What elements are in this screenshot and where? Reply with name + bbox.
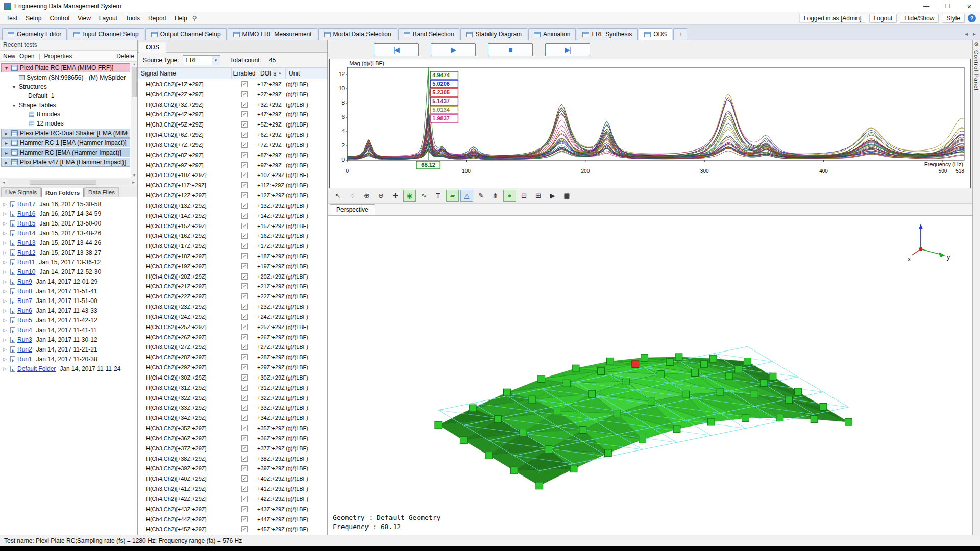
expander-icon[interactable]: ▸: [4, 131, 9, 136]
mesh-display-button[interactable]: △: [460, 190, 473, 202]
enabled-checkbox[interactable]: ✓: [241, 253, 248, 259]
tab-output-channel-setup[interactable]: Output Channel Setup: [145, 28, 227, 40]
tab-scroll-left-icon[interactable]: ◂: [963, 31, 970, 37]
expander-icon[interactable]: ▷: [3, 366, 8, 371]
enabled-checkbox[interactable]: ✓: [241, 526, 248, 532]
signal-row[interactable]: H(Ch4,Ch2)[+18Z:+29Z]✓+18Z:+29Z(g)/(LBF): [138, 251, 327, 261]
run-link[interactable]: Run9: [17, 278, 32, 285]
run-folder-item[interactable]: ▷Run4Jan 14, 2017 11-41-11: [0, 325, 137, 335]
run-link[interactable]: Run6: [17, 307, 32, 314]
source-type-select[interactable]: FRF ▾: [183, 55, 220, 65]
run-folder-item[interactable]: ▷Run7Jan 14, 2017 11-51-00: [0, 296, 137, 306]
menu-help[interactable]: Help: [170, 13, 191, 23]
polygon-select-button[interactable]: ▰: [446, 190, 459, 202]
enabled-checkbox[interactable]: ✓: [241, 405, 248, 411]
expander-icon[interactable]: ▷: [3, 318, 8, 323]
expander-icon[interactable]: ▷: [3, 221, 8, 226]
chevron-down-icon[interactable]: ▾: [212, 56, 220, 65]
signal-row[interactable]: H(Ch4,Ch2)[+4Z:+29Z]✓+4Z:+29Z(g)/(LBF): [138, 109, 327, 119]
scroll-thumb[interactable]: [30, 180, 96, 185]
expander-icon[interactable]: ▷: [3, 308, 8, 313]
zoom-fit-button[interactable]: ⊞: [532, 190, 545, 202]
node-highlight-button[interactable]: ●: [503, 190, 516, 202]
expander-icon[interactable]: ▷: [3, 240, 8, 245]
signal-row[interactable]: H(Ch3,Ch2)[+13Z:+29Z]✓+13Z:+29Z(g)/(LBF): [138, 201, 327, 211]
control-panel-strip[interactable]: ⚙ Control Panel: [972, 40, 980, 535]
menu-report[interactable]: Report: [144, 13, 170, 23]
signal-row[interactable]: H(Ch3,Ch2)[+9Z:+29Z]✓+9Z:+29Z(g)/(LBF): [138, 160, 327, 170]
expander-icon[interactable]: ▷: [3, 279, 8, 284]
enabled-checkbox[interactable]: ✓: [241, 121, 248, 128]
scroll-up-icon[interactable]: ▴: [131, 62, 137, 66]
enabled-checkbox[interactable]: ✓: [241, 364, 248, 370]
tree-horizontal-scrollbar[interactable]: ◂ ▸: [0, 178, 137, 186]
run-link[interactable]: Run5: [17, 317, 32, 324]
enabled-checkbox[interactable]: ✓: [241, 233, 248, 239]
panel-tab-data-files[interactable]: Data Files: [84, 187, 119, 197]
play-button[interactable]: ▶: [431, 43, 476, 56]
hide-show-button[interactable]: Hide/Show: [900, 14, 939, 23]
expander-icon[interactable]: ▷: [3, 289, 8, 294]
run-link[interactable]: Run7: [17, 297, 32, 305]
tab-animation[interactable]: Animation: [528, 28, 576, 40]
enabled-checkbox[interactable]: ✓: [241, 465, 248, 471]
run-link[interactable]: Run12: [17, 249, 35, 256]
tab-ods[interactable]: ODS: [639, 28, 672, 40]
run-folder-item[interactable]: ▷Run3Jan 14, 2017 11-30-12: [0, 335, 137, 344]
enabled-checkbox[interactable]: ✓: [241, 182, 248, 188]
expander-icon[interactable]: ▾: [11, 103, 17, 108]
tree-item[interactable]: ▾Structures: [0, 82, 130, 91]
maximize-button[interactable]: ☐: [937, 0, 959, 12]
run-folder-item[interactable]: ▷Run9Jan 14, 2017 12-01-29: [0, 277, 137, 286]
tab-input-channel-setup[interactable]: Input Channel Setup: [68, 28, 144, 40]
run-link[interactable]: Run2: [17, 346, 32, 353]
expander-icon[interactable]: ▷: [3, 298, 8, 304]
signal-row[interactable]: H(Ch4,Ch2)[+32Z:+29Z]✓+32Z:+29Z(g)/(LBF): [138, 393, 327, 403]
run-folder-item[interactable]: ▷Run17Jan 16, 2017 15-30-58: [0, 199, 137, 209]
run-folder-item[interactable]: ▷Run14Jan 15, 2017 13-48-26: [0, 228, 137, 238]
enabled-checkbox[interactable]: ✓: [241, 243, 248, 249]
animation-play-button[interactable]: ▶: [546, 190, 559, 202]
enabled-checkbox[interactable]: ✓: [241, 354, 248, 360]
frf-plot[interactable]: 0246810120100200300400500518Mag (g)/(LBF…: [330, 59, 970, 188]
signal-row[interactable]: H(Ch3,Ch2)[+5Z:+29Z]✓+5Z:+29Z(g)/(LBF): [138, 119, 327, 130]
tab-modal-data-selection[interactable]: Modal Data Selection: [318, 28, 397, 40]
tab-mimo-frf-measurement[interactable]: MIMO FRF Measurement: [228, 28, 317, 40]
signal-row[interactable]: H(Ch3,Ch2)[+29Z:+29Z]✓+29Z:+29Z(g)/(LBF): [138, 362, 327, 372]
enabled-checkbox[interactable]: ✓: [241, 203, 248, 209]
enabled-checkbox[interactable]: ✓: [241, 344, 248, 350]
expander-icon[interactable]: ▸: [4, 160, 9, 165]
enabled-checkbox[interactable]: ✓: [241, 475, 248, 482]
scroll-thumb[interactable]: [132, 67, 137, 97]
signal-row[interactable]: H(Ch4,Ch2)[+24Z:+29Z]✓+24Z:+29Z(g)/(LBF): [138, 312, 327, 322]
signal-row[interactable]: H(Ch3,Ch2)[+31Z:+29Z]✓+31Z:+29Z(g)/(LBF): [138, 383, 327, 393]
run-folder-item[interactable]: ▷Run15Jan 15, 2017 13-50-00: [0, 218, 137, 228]
expander-icon[interactable]: ▷: [3, 347, 8, 352]
signal-row[interactable]: H(Ch4,Ch2)[+6Z:+29Z]✓+6Z:+29Z(g)/(LBF): [138, 130, 327, 140]
tree-item[interactable]: Default_1: [0, 91, 130, 101]
enabled-checkbox[interactable]: ✓: [241, 435, 248, 441]
enabled-checkbox[interactable]: ✓: [241, 213, 248, 219]
run-folder-item[interactable]: ▷Run6Jan 14, 2017 11-43-33: [0, 306, 137, 315]
enabled-checkbox[interactable]: ✓: [241, 81, 248, 87]
menu-view[interactable]: View: [74, 13, 95, 23]
signal-row[interactable]: H(Ch3,Ch2)[+43Z:+29Z]✓+43Z:+29Z(g)/(LBF): [138, 504, 327, 514]
expander-icon[interactable]: ▷: [3, 328, 8, 333]
expander-icon[interactable]: ▷: [3, 269, 8, 274]
pan-button[interactable]: ✚: [389, 190, 402, 202]
signal-row[interactable]: H(Ch3,Ch2)[+27Z:+29Z]✓+27Z:+29Z(g)/(LBF): [138, 342, 327, 353]
expander-icon[interactable]: ▸: [4, 150, 9, 156]
signal-row[interactable]: H(Ch3,Ch2)[+1Z:+29Z]✓+1Z:+29Z(g)/(LBF): [138, 79, 327, 89]
panel-tab-run-folders[interactable]: Run Folders: [41, 188, 84, 197]
enabled-checkbox[interactable]: ✓: [241, 132, 248, 138]
run-folder-item[interactable]: ▷Run13Jan 15, 2017 13-44-26: [0, 238, 137, 247]
run-link[interactable]: Run17: [17, 201, 35, 208]
gear-icon[interactable]: ⚙: [974, 41, 979, 48]
enabled-checkbox[interactable]: ✓: [241, 91, 248, 97]
signal-row[interactable]: H(Ch3,Ch2)[+19Z:+29Z]✓+19Z:+29Z(g)/(LBF): [138, 261, 327, 271]
run-link[interactable]: Run3: [17, 336, 32, 343]
run-link[interactable]: Run1: [17, 356, 32, 363]
expander-icon[interactable]: ▾: [11, 84, 17, 90]
expander-icon[interactable]: ▸: [4, 140, 9, 146]
frf-chart[interactable]: 0246810120100200300400500518Mag (g)/(LBF…: [329, 59, 971, 188]
